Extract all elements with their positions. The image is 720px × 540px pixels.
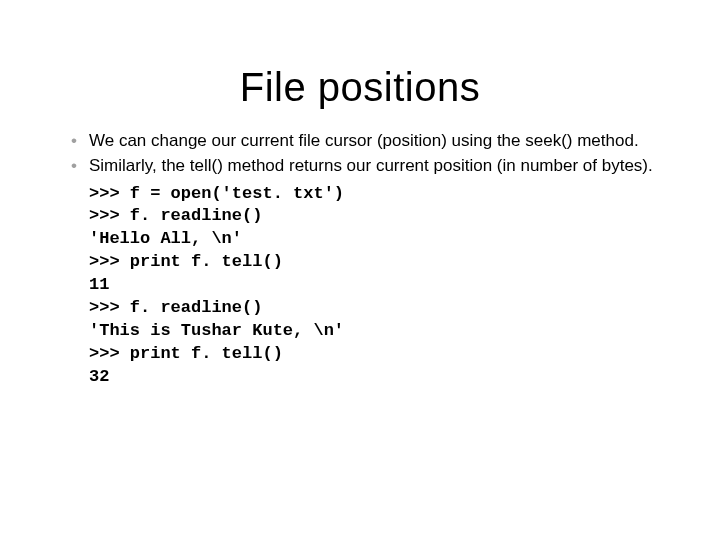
code-block: >>> f = open('test. txt') >>> f. readlin…: [89, 183, 665, 389]
code-line: >>> print f. tell(): [89, 344, 283, 363]
code-line: 32: [89, 367, 109, 386]
bullet-item: Similarly, the tell() method returns our…: [65, 155, 665, 176]
code-line: 'This is Tushar Kute, \n': [89, 321, 344, 340]
code-line: >>> f. readline(): [89, 206, 262, 225]
bullet-list: We can change our current file cursor (p…: [65, 130, 665, 177]
slide-title: File positions: [55, 65, 665, 110]
code-line: >>> print f. tell(): [89, 252, 283, 271]
code-line: 11: [89, 275, 109, 294]
code-line: >>> f = open('test. txt'): [89, 184, 344, 203]
bullet-item: We can change our current file cursor (p…: [65, 130, 665, 151]
slide: File positions We can change our current…: [0, 0, 720, 540]
code-line: >>> f. readline(): [89, 298, 262, 317]
code-line: 'Hello All, \n': [89, 229, 242, 248]
